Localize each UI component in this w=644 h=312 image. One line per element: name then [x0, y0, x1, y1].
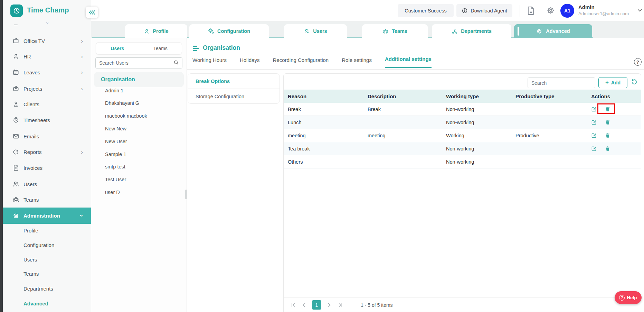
sidebar-item-projects[interactable]: Projects›: [3, 82, 91, 95]
left-sidebar: › Office TV› HR› Leaves› Projects› Clien…: [3, 21, 91, 312]
subtab-holidays[interactable]: Holidays: [240, 57, 260, 68]
user-panel: Users Teams Organisation Admin 1 Dhaksha…: [91, 38, 187, 312]
sidebar-item-administration[interactable]: Administration›: [3, 208, 91, 224]
user-list-item[interactable]: smtp test: [105, 164, 181, 171]
user-list-item[interactable]: Dhakshayani G: [105, 100, 181, 107]
subtab-role-settings[interactable]: Role settings: [342, 57, 372, 68]
reports-pie-icon: [12, 148, 19, 155]
tab-profile[interactable]: Profile: [125, 24, 187, 38]
toggle-teams[interactable]: Teams: [139, 43, 182, 54]
departments-icon: [452, 28, 458, 34]
chevron-down-icon: ›: [79, 215, 85, 217]
delete-icon[interactable]: [605, 146, 610, 152]
user-avatar[interactable]: A1: [560, 4, 574, 18]
sidebar-item-office-tv[interactable]: Office TV›: [3, 34, 91, 48]
profile-icon: [144, 28, 150, 34]
table-search-input[interactable]: [528, 77, 595, 88]
help-circle-icon[interactable]: ?: [634, 58, 642, 66]
next-page-button[interactable]: [326, 302, 332, 308]
tab-teams[interactable]: Teams: [362, 24, 428, 38]
edit-icon[interactable]: [591, 146, 597, 152]
plus-icon: +: [605, 79, 609, 86]
annotation-red-box: [597, 103, 615, 114]
subtabs-divider: [187, 69, 644, 70]
download-agent-button[interactable]: Download Agent: [456, 4, 512, 17]
sidebar-subitem-users[interactable]: Users: [3, 253, 91, 266]
chevron-down-remnant: ›: [45, 22, 51, 24]
settings-gear-icon[interactable]: [547, 6, 555, 15]
edit-icon[interactable]: [591, 132, 597, 138]
tab-label: Departments: [461, 28, 492, 34]
sidebar-item-timesheets[interactable]: Timesheets: [3, 113, 91, 127]
chevron-right-icon: ›: [81, 70, 83, 75]
delete-icon[interactable]: [605, 132, 610, 138]
sidebar-collapse-button[interactable]: [86, 7, 98, 18]
user-list-item[interactable]: user D: [105, 190, 181, 196]
sidebar-item-invoices[interactable]: Invoices: [3, 161, 91, 175]
subtab-working-hours[interactable]: Working Hours: [192, 57, 227, 68]
tab-advanced[interactable]: Advanced: [514, 24, 592, 38]
column-header: Actions: [587, 93, 641, 99]
sidebar-item-leaves[interactable]: Leaves›: [3, 65, 91, 79]
sidebar-item-users[interactable]: Users: [3, 177, 91, 191]
subtab-additional-settings[interactable]: Additional settings: [385, 56, 432, 68]
add-button[interactable]: + Add: [598, 77, 627, 88]
user-list-item[interactable]: New User: [105, 139, 181, 146]
sidebar-item-reports[interactable]: Reports›: [3, 145, 91, 159]
teams-icon: [382, 28, 389, 34]
previous-page-button[interactable]: [301, 302, 307, 308]
edit-icon[interactable]: [591, 106, 597, 112]
user-list-item[interactable]: Sample 1: [105, 152, 181, 158]
user-list-item[interactable]: New New: [105, 126, 181, 133]
search-users-input[interactable]: [95, 57, 182, 68]
sidebar-subitem-advanced[interactable]: Advanced: [3, 296, 91, 310]
user-menu-caret[interactable]: [638, 9, 642, 12]
main-content: Organisation ? Working Hours Holidays Re…: [187, 38, 644, 312]
document-icon[interactable]: [527, 6, 535, 15]
tab-label: Configuration: [217, 28, 250, 34]
sidebar-item-clients[interactable]: Clients: [3, 97, 91, 111]
logo-zone: Time Champ: [3, 0, 91, 21]
table-row: Tea break Non-working: [284, 142, 641, 155]
user-list-item[interactable]: Admin 1: [105, 88, 181, 95]
projects-briefcase-icon: [12, 85, 19, 92]
organisation-group[interactable]: Organisation: [94, 72, 184, 87]
sidebar-subitem-departments[interactable]: Departments: [3, 282, 91, 295]
table-row: meeting meeting Working Productive: [284, 129, 641, 142]
question-icon: ?: [619, 295, 625, 301]
clipped-icon-remnant: [14, 25, 18, 25]
tab-label: Teams: [392, 28, 407, 34]
delete-icon[interactable]: [605, 119, 610, 125]
refresh-icon[interactable]: [631, 78, 638, 85]
administration-gear-icon: [12, 212, 19, 219]
users-teams-toggle: Users Teams: [96, 42, 182, 55]
sidebar-subitem-teams[interactable]: Teams: [3, 267, 91, 281]
leaves-calendar-icon: [12, 69, 19, 76]
sidebar-item-hr[interactable]: HR›: [3, 49, 91, 63]
sidebar-subitem-configuration[interactable]: Configuration: [3, 238, 91, 252]
subtab-recording-configuration[interactable]: Recording Configuration: [273, 57, 329, 68]
help-button[interactable]: ? Help: [615, 291, 642, 304]
sidebar-item-emails[interactable]: Emails: [3, 129, 91, 143]
first-page-button[interactable]: [290, 302, 296, 308]
users-icon: [12, 181, 19, 187]
last-page-button[interactable]: [337, 302, 343, 308]
panel-resize-handle[interactable]: [185, 190, 187, 199]
option-storage-configuration[interactable]: Storage Configuration: [188, 89, 280, 104]
toggle-users[interactable]: Users: [96, 43, 139, 54]
tab-departments[interactable]: Departments: [432, 24, 511, 38]
user-list-item[interactable]: macbook macbook: [105, 113, 181, 120]
customer-success-button[interactable]: Customer Success: [398, 4, 454, 17]
option-break-options[interactable]: Break Options: [188, 74, 280, 89]
user-list-item[interactable]: Test User: [105, 177, 181, 184]
top-header: Time Champ Customer Success Download Age…: [3, 0, 644, 21]
tab-users[interactable]: Users: [284, 24, 347, 38]
teams-icon: [12, 196, 19, 203]
app-logo[interactable]: [10, 4, 23, 17]
sidebar-item-teams[interactable]: Teams: [3, 193, 91, 207]
sidebar-item-clipped[interactable]: ›: [3, 22, 91, 27]
tab-configuration[interactable]: Configuration: [189, 24, 269, 38]
page-number-current[interactable]: 1: [312, 300, 321, 310]
edit-icon[interactable]: [591, 119, 597, 125]
sidebar-subitem-profile[interactable]: Profile: [3, 223, 91, 237]
